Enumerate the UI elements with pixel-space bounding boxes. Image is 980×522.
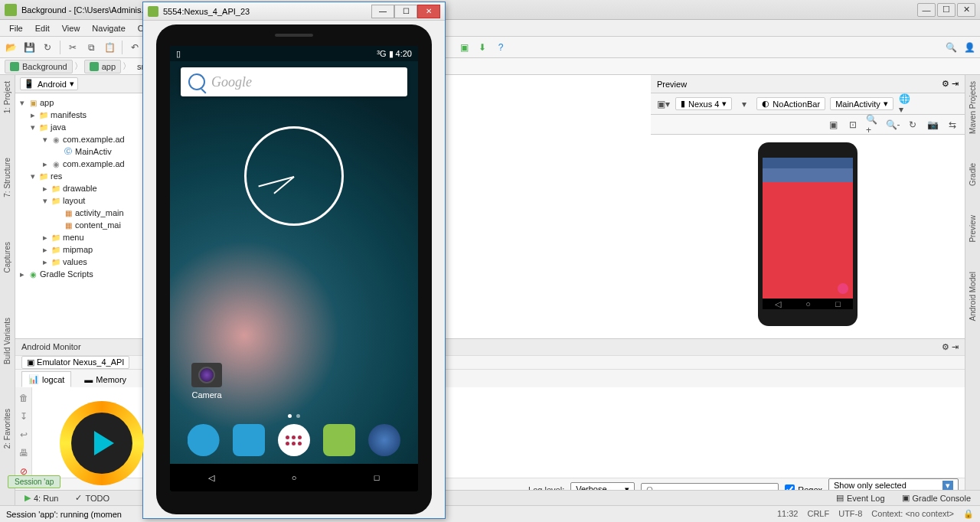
app-drawer-icon[interactable] — [278, 424, 310, 456]
preview-gear-icon[interactable]: ⚙ — [942, 79, 949, 88]
node-activity-main[interactable]: activity_main — [75, 208, 124, 217]
print-icon[interactable]: 🖶 — [18, 447, 30, 459]
preview-activity-selector[interactable]: MainActivity ▾ — [830, 97, 893, 110]
status-context[interactable]: Context: <no context> — [871, 509, 954, 519]
project-view-selector[interactable]: 📱 Android ▾ — [20, 77, 78, 90]
contacts-app-icon[interactable] — [233, 424, 265, 456]
open-icon[interactable]: 📂 — [3, 40, 18, 55]
help-icon[interactable]: ? — [493, 40, 508, 55]
preview-fab-icon — [838, 283, 848, 294]
cut-icon[interactable]: ✂ — [65, 40, 80, 55]
emulator-titlebar[interactable]: 5554:Nexus_4_API_23 — ☐ ✕ — [143, 2, 445, 21]
sdk-icon[interactable]: ⬇ — [475, 40, 490, 55]
paste-icon[interactable]: 📋 — [102, 40, 117, 55]
crumb-app[interactable]: app — [84, 60, 121, 73]
node-mipmap[interactable]: mipmap — [63, 245, 93, 254]
preview-orient-icon[interactable]: ▣▾ — [655, 96, 671, 112]
preview-tab-label[interactable]: Preview — [657, 80, 687, 89]
status-enc[interactable]: UTF-8 — [838, 509, 862, 519]
status-lock-icon[interactable]: 🔒 — [963, 509, 974, 519]
tw-maven[interactable]: Maven Projects — [967, 78, 978, 137]
status-crlf[interactable]: CRLF — [807, 509, 829, 519]
node-java[interactable]: java — [51, 122, 66, 132]
sync-icon[interactable]: ↻ — [40, 40, 55, 55]
bt-eventlog[interactable]: ▤ Event Log — [831, 492, 890, 504]
node-pkg1[interactable]: com.example.ad — [63, 135, 125, 144]
zoom-actual-icon[interactable]: ⊡ — [845, 117, 861, 132]
emu-minimize-button[interactable]: — — [371, 5, 394, 18]
close-button[interactable]: ✕ — [957, 3, 975, 17]
tab-logcat[interactable]: 📊 logcat — [21, 371, 71, 387]
node-content-main[interactable]: content_mai — [75, 220, 121, 230]
node-drawable[interactable]: drawable — [63, 184, 97, 193]
monitor-gear-icon[interactable]: ⚙ — [942, 342, 949, 351]
tw-structure[interactable]: 7: Structure — [2, 155, 13, 201]
user-icon[interactable]: 👤 — [962, 40, 977, 55]
zoom-out-icon[interactable]: 🔍- — [885, 117, 900, 132]
copy-icon[interactable]: ⧉ — [83, 40, 99, 55]
menu-navigate[interactable]: Navigate — [86, 22, 131, 34]
maximize-button[interactable]: ☐ — [937, 3, 956, 17]
node-app[interactable]: app — [40, 98, 54, 107]
save-icon[interactable]: 💾 — [21, 40, 37, 55]
preview-hide-icon[interactable]: ⇥ — [952, 79, 959, 88]
node-gradle[interactable]: Gradle Scripts — [40, 269, 93, 279]
zoom-fit-icon[interactable]: ▣ — [825, 117, 841, 132]
screenshot-icon[interactable]: 📷 — [925, 117, 940, 132]
tw-preview[interactable]: Preview — [967, 212, 978, 246]
avd-icon[interactable]: ▣ — [456, 40, 472, 55]
tw-gradle[interactable]: Gradle — [967, 160, 978, 189]
search-icon[interactable]: 🔍 — [943, 40, 959, 55]
phone-screen[interactable]: ▯ ³G ▮ 4:20 Google Camera — [170, 46, 418, 491]
node-res[interactable]: res — [51, 171, 62, 181]
preview-api-icon[interactable]: ▾ — [737, 96, 752, 112]
emulator-app-icon — [148, 6, 158, 17]
emu-maximize-button[interactable]: ☐ — [394, 5, 417, 18]
tw-favorites[interactable]: 2: Favorites — [2, 406, 13, 452]
node-pkg2[interactable]: com.example.ad — [63, 159, 125, 168]
node-mainactivity[interactable]: MainActiv — [75, 147, 112, 156]
camera-shortcut[interactable]: Camera — [190, 363, 224, 400]
tw-project[interactable]: 1: Project — [2, 78, 13, 116]
browser-app-icon[interactable] — [368, 424, 400, 456]
analog-clock-widget[interactable] — [244, 126, 344, 226]
bt-gradle[interactable]: ▣ Gradle Console — [897, 492, 975, 504]
phone-statusbar[interactable]: ▯ ³G ▮ 4:20 — [170, 46, 418, 61]
minimize-button[interactable]: — — [917, 3, 936, 17]
undo-icon[interactable]: ↶ — [127, 40, 142, 55]
google-search-widget[interactable]: Google — [181, 67, 407, 96]
status-pos: 11:32 — [777, 509, 799, 519]
node-manifests[interactable]: manifests — [51, 110, 87, 119]
clear-icon[interactable]: 🗑 — [18, 392, 30, 404]
emulator-window[interactable]: 5554:Nexus_4_API_23 — ☐ ✕ ▯ ³G ▮ 4:20 Go… — [142, 2, 446, 519]
bt-todo[interactable]: ✓ TODO — [70, 492, 114, 504]
emu-close-button[interactable]: ✕ — [417, 5, 440, 18]
zoom-in-icon[interactable]: 🔍+ — [865, 117, 880, 132]
tab-memory[interactable]: ▬ Memory — [77, 371, 133, 387]
wrap-icon[interactable]: ↩ — [18, 429, 30, 441]
bt-run[interactable]: ▶4: Run — [20, 492, 63, 504]
node-values[interactable]: values — [63, 257, 87, 266]
monitor-device-tab[interactable]: ▣ Emulator Nexus_4_API — [21, 356, 129, 369]
phone-app-icon[interactable] — [188, 424, 220, 456]
menu-file[interactable]: File — [3, 22, 29, 34]
refresh-icon[interactable]: ↻ — [905, 117, 920, 132]
tw-captures[interactable]: Captures — [2, 239, 13, 276]
monitor-hide-icon[interactable]: ⇥ — [952, 342, 959, 351]
menu-edit[interactable]: Edit — [29, 22, 56, 34]
preview-theme-selector[interactable]: ◐ NoActionBar — [756, 97, 825, 110]
settings-icon[interactable]: ⇆ — [945, 117, 960, 132]
menu-view[interactable]: View — [56, 22, 87, 34]
tw-model[interactable]: Android Model — [967, 269, 978, 324]
preview-device-selector[interactable]: ▮ Nexus 4 ▾ — [675, 97, 732, 110]
node-menu[interactable]: menu — [63, 233, 84, 242]
nav-home-icon[interactable]: ○ — [287, 471, 301, 484]
preview-locale-icon[interactable]: 🌐▾ — [898, 96, 913, 112]
node-layout[interactable]: layout — [63, 196, 85, 205]
crumb-root[interactable]: Background — [5, 60, 73, 73]
tw-build[interactable]: Build Variants — [2, 315, 13, 367]
nav-back-icon[interactable]: ◁ — [204, 471, 218, 484]
scroll-icon[interactable]: ↧ — [18, 410, 30, 422]
nav-recents-icon[interactable]: □ — [370, 471, 384, 484]
messages-app-icon[interactable] — [323, 424, 355, 456]
